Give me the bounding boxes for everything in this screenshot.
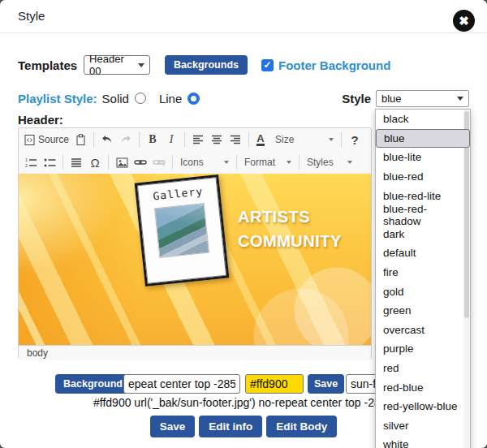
style-option-dark[interactable]: dark: [376, 225, 470, 244]
style-select[interactable]: blue: [376, 90, 469, 107]
gallery-photo: [154, 203, 209, 258]
style-option-red-yellow-blue[interactable]: red-yellow-blue: [376, 397, 470, 416]
style-option-fire[interactable]: fire: [376, 263, 470, 282]
style-option-blue-lite[interactable]: blue-lite: [376, 148, 470, 167]
unlink-button[interactable]: [150, 153, 168, 171]
svg-text:2: 2: [25, 163, 28, 168]
solid-radio[interactable]: [135, 93, 146, 104]
background-position-input[interactable]: [123, 374, 240, 394]
style-option-blue[interactable]: blue: [376, 129, 470, 149]
align-left-button[interactable]: [189, 131, 207, 149]
style-option-silver[interactable]: silver: [376, 416, 470, 436]
style-options-list: blackblueblue-liteblue-redblue-red-liteb…: [375, 109, 471, 448]
align-left-icon: [192, 135, 204, 144]
solid-label: Solid: [102, 92, 129, 106]
checkmark-icon: ✓: [263, 59, 271, 71]
horizontal-rule-button[interactable]: [67, 153, 85, 171]
help-button[interactable]: ?: [346, 131, 364, 149]
paste-button[interactable]: [71, 131, 89, 149]
scrollbar-track[interactable]: [463, 110, 470, 448]
style-option-green[interactable]: green: [376, 301, 470, 321]
style-option-gold[interactable]: gold: [376, 282, 470, 301]
style-option-red[interactable]: red: [376, 359, 470, 378]
edit-body-button[interactable]: Edit Body: [266, 416, 337, 437]
link-button[interactable]: [131, 153, 149, 171]
chevron-down-icon: [457, 97, 463, 101]
style-option-blue-red[interactable]: blue-red: [376, 167, 470, 187]
line-radio[interactable]: [187, 93, 200, 105]
element-path: body: [27, 347, 48, 359]
banner-line1: ARTISTS: [238, 205, 342, 229]
style-option-purple[interactable]: purple: [376, 339, 470, 359]
style-option-white[interactable]: white: [376, 435, 470, 448]
footer-background-checkbox[interactable]: ✓: [261, 59, 274, 71]
size-dropdown[interactable]: Size: [272, 131, 337, 149]
svg-text:1: 1: [25, 157, 28, 162]
edit-info-button[interactable]: Edit info: [199, 416, 262, 437]
style-dialog: Style ✖ Templates Header 00 Backgrounds …: [0, 0, 487, 448]
dialog-title: Style: [18, 9, 45, 23]
numbered-list-button[interactable]: 12: [22, 153, 40, 171]
bulleted-list-button[interactable]: [41, 153, 58, 171]
wysiwyg-editor: Source B I: [18, 127, 372, 360]
separator: [248, 132, 249, 147]
align-center-button[interactable]: [208, 131, 226, 149]
save-button[interactable]: Save: [150, 416, 196, 437]
chevron-down-icon: [287, 161, 291, 164]
editor-content-banner[interactable]: Gallery ARTISTS COMMUNITY: [19, 174, 371, 345]
bulleted-list-icon: [44, 157, 56, 168]
editor-status-bar[interactable]: body: [19, 345, 371, 360]
special-char-button[interactable]: Ω: [86, 153, 104, 171]
editor-toolbar-row2: 12 Ω Icons: [19, 151, 371, 174]
undo-button[interactable]: [98, 131, 116, 149]
icons-dropdown[interactable]: Icons: [177, 153, 232, 171]
chevron-down-icon: [347, 161, 352, 164]
style-select-value: blue: [381, 93, 402, 105]
divider: [0, 32, 487, 33]
separator: [236, 155, 237, 170]
bold-button[interactable]: B: [144, 131, 162, 149]
format-dropdown[interactable]: Format: [241, 153, 295, 171]
banner-heading: ARTISTS COMMUNITY: [238, 205, 342, 253]
style-option-black[interactable]: black: [376, 110, 470, 129]
numbered-list-icon: 12: [25, 157, 37, 168]
background-button[interactable]: Background: [55, 374, 131, 394]
templates-row: Templates Header 00 Backgrounds ✓ Footer…: [18, 55, 390, 75]
separator: [108, 155, 109, 170]
style-option-red-blue[interactable]: red-blue: [376, 377, 470, 397]
separator: [139, 132, 140, 147]
align-right-icon: [230, 135, 241, 144]
source-button[interactable]: Source: [22, 131, 71, 149]
separator: [62, 155, 63, 170]
style-option-default[interactable]: default: [376, 243, 470, 263]
background-css-caption: #ffd900 url('_bak/sun-footer.jpg') no-re…: [93, 396, 399, 409]
image-icon: [116, 157, 128, 168]
background-save-button[interactable]: Save: [308, 374, 344, 394]
header-section-label: Header:: [18, 113, 63, 127]
templates-select[interactable]: Header 00: [84, 55, 150, 75]
gallery-frame-title: Gallery: [138, 183, 218, 204]
separator: [299, 155, 300, 170]
templates-select-value: Header 00: [89, 53, 127, 77]
chevron-down-icon: [329, 138, 334, 141]
italic-button[interactable]: I: [162, 131, 180, 149]
source-icon: [24, 134, 36, 146]
backgrounds-button[interactable]: Backgrounds: [165, 55, 248, 75]
styles-dropdown[interactable]: Styles: [304, 153, 356, 171]
close-button[interactable]: ✖: [453, 10, 475, 32]
separator: [341, 132, 342, 147]
redo-button[interactable]: [117, 131, 135, 149]
style-option-overcast[interactable]: overcast: [376, 321, 470, 340]
separator: [172, 155, 173, 170]
align-right-button[interactable]: [226, 131, 244, 149]
text-color-button[interactable]: A: [253, 131, 271, 149]
undo-icon: [101, 134, 114, 145]
playlist-style-row: Playlist Style: Solid Line Style blue: [18, 89, 469, 107]
image-button[interactable]: [113, 153, 131, 171]
unlink-icon: [153, 158, 166, 166]
style-label: Style: [342, 92, 371, 106]
style-option-blue-red-shadow[interactable]: blue-red-shadow: [376, 205, 470, 225]
redo-icon: [119, 134, 132, 145]
background-color-input[interactable]: [245, 374, 304, 394]
chevron-down-icon: [224, 161, 229, 164]
